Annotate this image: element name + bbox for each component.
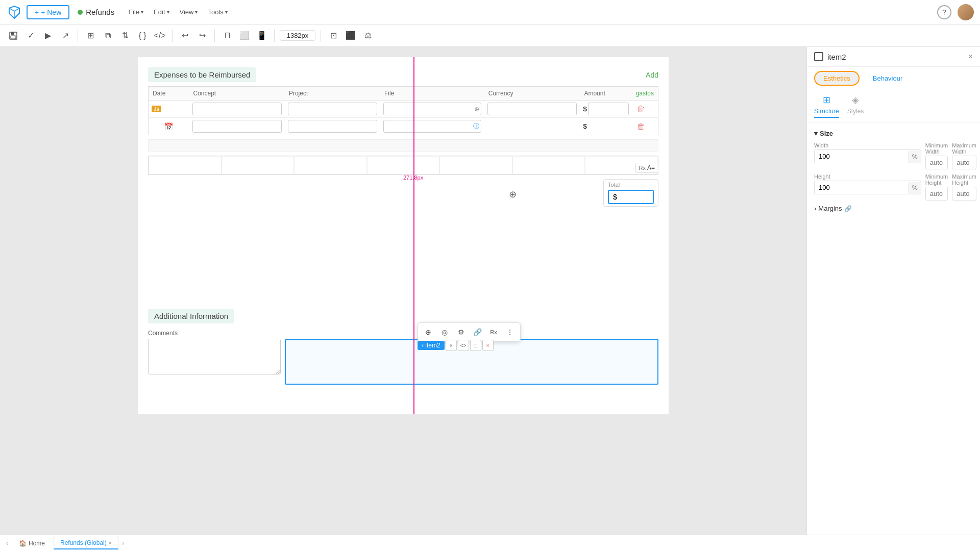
min-height-input[interactable] — [925, 187, 948, 201]
subtab-styles[interactable]: ◈ Styles — [847, 94, 864, 118]
layers-icon[interactable]: ⧉ — [101, 29, 115, 43]
total-label: Total — [608, 182, 654, 188]
subtab-structure[interactable]: ⊞ Structure — [814, 94, 839, 118]
max-height-input[interactable] — [952, 187, 976, 201]
play-icon[interactable]: ▶ — [41, 29, 55, 43]
breadcrumb-delete[interactable]: × — [482, 340, 494, 351]
breadcrumb-close[interactable]: × — [446, 340, 457, 351]
menu-view[interactable]: View ▾ — [176, 6, 202, 18]
width-unit: % — [909, 151, 921, 163]
tab-close-button[interactable]: × — [109, 540, 112, 546]
separator3 — [214, 30, 215, 42]
table-row: 📅 ⓘ — [149, 118, 658, 135]
link-icon: 🔗 — [844, 205, 852, 212]
col-concept: Concept — [189, 87, 285, 101]
main-layout: Expenses to be Reimbursed Add Date Conce… — [0, 47, 980, 535]
move-tool-button[interactable]: ⊕ — [421, 325, 435, 339]
canvas-scroll[interactable]: Expenses to be Reimbursed Add Date Conce… — [0, 47, 806, 535]
project-input-2[interactable] — [288, 120, 377, 133]
add-button[interactable]: Add — [646, 71, 658, 79]
project-input[interactable] — [288, 103, 377, 115]
html-icon[interactable]: </> — [153, 29, 167, 43]
magenta-measurement: 271.8px — [403, 174, 423, 181]
app-logo[interactable] — [6, 4, 22, 20]
separator — [78, 30, 78, 42]
max-width-input[interactable] — [952, 156, 976, 169]
file-input-2[interactable] — [383, 120, 481, 133]
responsive-icon[interactable]: ⊡ — [326, 29, 340, 43]
link-tool-button[interactable]: 🔗 — [470, 325, 484, 339]
mobile-icon[interactable]: 📱 — [255, 29, 269, 43]
size-section-title[interactable]: ▾ Size — [814, 130, 973, 137]
help-button[interactable]: ? — [937, 5, 951, 19]
refunds-tab-label: Refunds (Global) — [60, 539, 107, 546]
tab-home[interactable]: 🏠 Home — [12, 537, 52, 549]
rotate-tool-button[interactable]: ◎ — [437, 325, 452, 339]
breadcrumb-copy[interactable]: □ — [470, 340, 481, 351]
export-icon[interactable]: ↗ — [58, 29, 72, 43]
desktop-icon[interactable]: 🖥 — [220, 29, 234, 43]
total-input[interactable] — [608, 190, 654, 204]
close-panel-button[interactable]: × — [968, 52, 973, 61]
grid-cell — [222, 156, 295, 174]
panel-tabs: Esthetics Behaviour — [807, 67, 980, 90]
canvas-area[interactable]: Expenses to be Reimbursed Add Date Conce… — [0, 47, 806, 535]
gear-tool-button[interactable]: ⚙ — [454, 325, 468, 339]
drag-handle[interactable]: ⊕ — [509, 189, 517, 200]
item-label[interactable]: ‹ item2 — [418, 341, 445, 350]
new-button[interactable]: + + New — [27, 5, 69, 19]
currency-input[interactable] — [487, 103, 577, 115]
file-input[interactable] — [383, 103, 481, 115]
redo-icon[interactable]: ↪ — [195, 29, 209, 43]
px-display: 1382px — [280, 30, 315, 41]
info-icon: ⓘ — [473, 122, 479, 131]
right-panel: item2 × Esthetics Behaviour ⊞ Structure … — [806, 47, 980, 535]
tab-behaviour[interactable]: Behaviour — [864, 71, 912, 86]
amount-input[interactable] — [588, 103, 629, 115]
menu-edit[interactable]: Edit ▾ — [150, 6, 173, 18]
min-width-input[interactable] — [925, 156, 948, 169]
floating-toolbar: ⊕ ◎ ⚙ 🔗 Rx ⋮ — [418, 322, 521, 342]
tab-scroll-right[interactable]: › — [120, 538, 127, 549]
fullscreen-icon[interactable]: ⬛ — [344, 29, 358, 43]
dollar-sign: $ — [583, 105, 586, 113]
tablet-icon[interactable]: ⬜ — [237, 29, 252, 43]
undo-icon[interactable]: ↩ — [178, 29, 192, 43]
breadcrumb-code[interactable]: <> — [458, 340, 469, 351]
margins-row[interactable]: › Margins 🔗 — [814, 205, 973, 212]
nav-right: ? — [937, 4, 974, 20]
user-avatar[interactable] — [958, 4, 974, 20]
max-height-field: Maximum Height — [952, 173, 976, 201]
menu-file[interactable]: File ▾ — [125, 6, 148, 18]
height-label: Height — [814, 173, 921, 180]
tab-esthetics[interactable]: Esthetics — [814, 71, 860, 86]
calendar-icon[interactable]: 📅 — [164, 122, 173, 131]
comments-area — [148, 339, 658, 385]
concept-input[interactable] — [192, 103, 282, 115]
tab-refunds[interactable]: Refunds (Global) × — [54, 537, 118, 549]
grid-icon[interactable]: ⊞ — [83, 29, 97, 43]
height-input[interactable] — [815, 181, 909, 194]
data-icon[interactable]: ⇅ — [118, 29, 132, 43]
delete-row-button-2[interactable]: 🗑 — [635, 121, 647, 132]
width-row: Width % Minimum Width Maximum Width — [814, 142, 973, 169]
subtab-styles-label: Styles — [847, 108, 864, 115]
check-icon[interactable]: ✓ — [23, 29, 38, 43]
comments-textarea[interactable] — [148, 339, 281, 374]
total-card: Total — [603, 179, 658, 207]
more-tool-button[interactable]: ⋮ — [503, 325, 517, 339]
settings-icon[interactable]: ⚖ — [361, 29, 375, 43]
delete-row-button[interactable]: 🗑 — [635, 104, 647, 114]
concept-input-2[interactable] — [192, 120, 282, 133]
width-input[interactable] — [815, 150, 909, 163]
tab-scroll-left[interactable]: ‹ — [4, 538, 10, 549]
code-icon[interactable]: { } — [135, 29, 150, 43]
rx-tool-button[interactable]: Rx — [486, 325, 501, 339]
menu-tools[interactable]: Tools ▾ — [204, 6, 231, 18]
save-icon[interactable] — [6, 29, 20, 43]
structure-icon: ⊞ — [823, 94, 830, 106]
top-menu: File ▾ Edit ▾ View ▾ Tools ▾ — [125, 6, 232, 18]
col-gastos: gastos — [632, 87, 658, 101]
total-area: Rx A= Total — [148, 179, 658, 207]
comments-label: Comments — [148, 330, 658, 337]
